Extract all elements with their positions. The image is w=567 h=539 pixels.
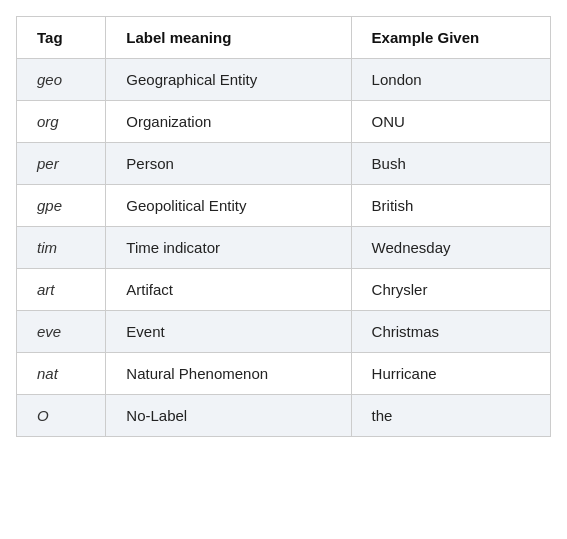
table-row: natNatural PhenomenonHurricane	[17, 353, 551, 395]
cell-tag: org	[17, 101, 106, 143]
header-row: Tag Label meaning Example Given	[17, 17, 551, 59]
cell-tag: gpe	[17, 185, 106, 227]
cell-tag: per	[17, 143, 106, 185]
cell-tag: O	[17, 395, 106, 437]
cell-example-given: London	[351, 59, 550, 101]
cell-example-given: ONU	[351, 101, 550, 143]
cell-example-given: Hurricane	[351, 353, 550, 395]
cell-example-given: Bush	[351, 143, 550, 185]
col-header-label-meaning: Label meaning	[106, 17, 351, 59]
cell-label-meaning: Natural Phenomenon	[106, 353, 351, 395]
cell-example-given: Chrysler	[351, 269, 550, 311]
cell-label-meaning: Event	[106, 311, 351, 353]
table-row: artArtifactChrysler	[17, 269, 551, 311]
cell-label-meaning: Geographical Entity	[106, 59, 351, 101]
cell-example-given: Wednesday	[351, 227, 550, 269]
col-header-tag: Tag	[17, 17, 106, 59]
cell-label-meaning: Time indicator	[106, 227, 351, 269]
table-row: gpeGeopolitical EntityBritish	[17, 185, 551, 227]
cell-tag: tim	[17, 227, 106, 269]
cell-label-meaning: Person	[106, 143, 351, 185]
cell-tag: geo	[17, 59, 106, 101]
table-row: timTime indicatorWednesday	[17, 227, 551, 269]
cell-tag: art	[17, 269, 106, 311]
cell-example-given: the	[351, 395, 550, 437]
cell-tag: nat	[17, 353, 106, 395]
cell-tag: eve	[17, 311, 106, 353]
table-row: orgOrganizationONU	[17, 101, 551, 143]
ner-tags-table: Tag Label meaning Example Given geoGeogr…	[16, 16, 551, 437]
table-row: ONo-Labelthe	[17, 395, 551, 437]
table-header: Tag Label meaning Example Given	[17, 17, 551, 59]
table-row: perPersonBush	[17, 143, 551, 185]
cell-label-meaning: Artifact	[106, 269, 351, 311]
cell-label-meaning: Organization	[106, 101, 351, 143]
table-row: eveEventChristmas	[17, 311, 551, 353]
cell-example-given: Christmas	[351, 311, 550, 353]
cell-example-given: British	[351, 185, 550, 227]
table-row: geoGeographical EntityLondon	[17, 59, 551, 101]
col-header-example-given: Example Given	[351, 17, 550, 59]
cell-label-meaning: No-Label	[106, 395, 351, 437]
cell-label-meaning: Geopolitical Entity	[106, 185, 351, 227]
table-body: geoGeographical EntityLondonorgOrganizat…	[17, 59, 551, 437]
